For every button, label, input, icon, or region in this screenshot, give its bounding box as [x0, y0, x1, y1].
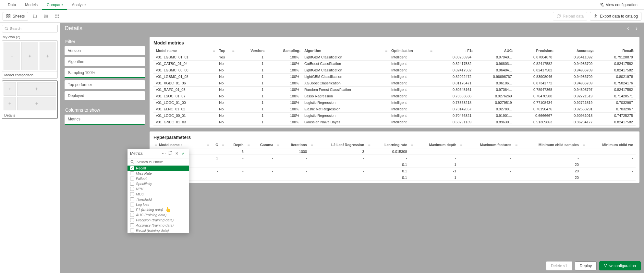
metrics-list-item[interactable]: Recall (training data)	[128, 228, 189, 233]
next-arrow[interactable]: ›	[634, 25, 639, 32]
table-row[interactable]: v01_LSOC_01_07No1100%Lasso RegressionInt…	[153, 93, 636, 99]
filter-item[interactable]: Top performer	[65, 80, 145, 89]
column-menu-icon[interactable]: ≡	[411, 143, 413, 147]
column-header[interactable]: Top≡	[216, 47, 236, 54]
column-menu-icon[interactable]: ≡	[207, 143, 209, 147]
metrics-list-item[interactable]: Precision (training data)	[128, 217, 189, 223]
column-header[interactable]: Precision≡	[515, 47, 555, 54]
column-header[interactable]: ≡ Depth	[221, 142, 246, 148]
column-header[interactable]: Algorithm≡	[302, 47, 389, 54]
table-row[interactable]: v01_GNBC_01_03No1100%Gaussian Naive Baye…	[153, 119, 636, 125]
metrics-list-item[interactable]: Accuracy (training data)	[128, 223, 189, 228]
sheet-thumb-details[interactable]: ＋ ✦ ＋ ✦ Details	[2, 81, 58, 119]
export-data-button[interactable]: Export data to catalog	[590, 12, 641, 20]
metrics-list-item[interactable]: Log loss	[128, 202, 189, 207]
table-row[interactable]: v01_LOGC_00_01No1100%Logistic Regression…	[153, 112, 636, 119]
tab-data[interactable]: Data	[3, 0, 20, 10]
metrics-list-item[interactable]: F1 (training data)	[128, 207, 189, 212]
column-menu-icon[interactable]: ≡	[583, 143, 585, 147]
column-header[interactable]: ≡ Maximum features	[459, 142, 514, 148]
column-header[interactable]: Sampling≡	[266, 47, 302, 54]
column-header[interactable]: ≡ Learning rate	[367, 142, 410, 148]
column-menu-icon[interactable]: ≡	[632, 48, 634, 53]
tab-compare[interactable]: Compare	[42, 0, 67, 10]
toolbar-icon-2[interactable]	[42, 12, 50, 20]
table-row[interactable]: v01_LGBMC_01_08No1100%LightGBM Classific…	[153, 73, 636, 80]
table-row[interactable]: v01_RAFC_01_05No1100%Random Forest Class…	[153, 86, 636, 93]
column-menu-icon[interactable]: ≡	[515, 143, 517, 147]
filter-item[interactable]: Version	[65, 46, 145, 55]
column-header[interactable]: ≡ Gamma	[246, 142, 276, 148]
table-row[interactable]: v01_ELNC_01_021---------	[153, 155, 636, 161]
table-row[interactable]: v01_XGBC_01_06No1100%XGBoost Classificat…	[153, 80, 636, 86]
column-menu-icon[interactable]: ≡	[262, 48, 265, 53]
metrics-list-item[interactable]: Specificity	[128, 181, 189, 186]
search-input[interactable]	[10, 27, 55, 31]
column-header[interactable]: ≡ Maximum depth	[410, 142, 459, 148]
column-menu-icon[interactable]: ≡	[430, 48, 432, 53]
prev-arrow[interactable]: ‹	[625, 25, 631, 32]
metrics-list-item[interactable]: NPV	[128, 186, 189, 192]
column-header[interactable]: ≡ Iterations	[276, 142, 310, 148]
table-row[interactable]: v01_CATBC_01_04No1100%CatBoost Classific…	[153, 60, 636, 67]
columns-metrics-item[interactable]: Metrics	[65, 115, 145, 125]
column-header[interactable]: Version≡	[236, 47, 266, 54]
close-icon[interactable]: ✕	[174, 151, 180, 156]
toolbar-icon-3[interactable]	[53, 12, 61, 20]
metrics-list-item[interactable]: Fallout	[128, 176, 189, 181]
toolbar-icon-1[interactable]	[31, 12, 39, 20]
table-row[interactable]: v01_LGBMC_01_01Yes1100%LightGBM Classifi…	[153, 54, 636, 60]
sheets-button[interactable]: Sheets	[3, 12, 28, 20]
column-menu-icon[interactable]: ≡	[311, 143, 313, 147]
confirm-icon[interactable]: ✓	[180, 151, 187, 156]
column-header[interactable]: Recall≡	[595, 47, 636, 54]
view-configuration-link[interactable]: View configuration	[596, 0, 641, 10]
table-row[interactable]: v01_CATBC_01_04-6-100030.015308----	[153, 148, 636, 155]
reload-data-button[interactable]: Reload data	[553, 12, 588, 20]
sheet-thumb-model-comparison[interactable]: ＋ ✦ ✦ Model comparison	[2, 40, 58, 79]
deploy-button[interactable]: Deploy	[575, 261, 597, 270]
column-header[interactable]: ≡ L2 Leaf Regression	[310, 142, 367, 148]
column-menu-icon[interactable]: ≡	[248, 143, 250, 147]
column-header[interactable]: Model name≡	[153, 47, 216, 54]
metrics-search-input[interactable]	[137, 160, 187, 164]
column-menu-icon[interactable]: ≡	[222, 143, 224, 147]
column-menu-icon[interactable]: ≡	[470, 48, 473, 53]
metrics-list-item[interactable]: Miss Rate	[128, 171, 189, 176]
delete-button[interactable]: Delete v1	[546, 261, 572, 270]
column-menu-icon[interactable]: ≡	[277, 143, 279, 147]
column-menu-icon[interactable]: ≡	[213, 48, 215, 53]
column-menu-icon[interactable]: ≡	[591, 48, 594, 53]
table-row[interactable]: v01_LOGC_01_00No1100%Logistic Regression…	[153, 99, 636, 106]
tab-analyze[interactable]: Analyze	[67, 0, 90, 10]
column-menu-icon[interactable]: ≡	[511, 48, 513, 53]
column-header[interactable]: ≡ Minimum child samples	[514, 142, 581, 148]
more-icon[interactable]: ⋯	[161, 151, 167, 156]
filter-item[interactable]: Deployed	[65, 91, 145, 100]
column-header[interactable]: ≡ Minimum child we	[581, 142, 636, 148]
metrics-list-item[interactable]: Threshold	[128, 197, 189, 202]
table-row[interactable]: v01_LGBMC_01_01-----0.1-1-20-	[153, 168, 636, 174]
column-menu-icon[interactable]: ≡	[368, 143, 371, 147]
tab-models[interactable]: Models	[20, 0, 42, 10]
column-header[interactable]: ↓F1≡	[434, 47, 474, 54]
table-row[interactable]: v01_LGBMC_00_00-----0.1-1-20-	[153, 161, 636, 168]
view-configuration-button[interactable]: View configuration	[599, 261, 641, 270]
filter-item[interactable]: Algorithm	[65, 57, 145, 66]
metrics-list-item[interactable]: ✓Recall	[128, 166, 189, 171]
table-row[interactable]: v01_LGBMC_00_00No1100%LightGBM Classific…	[153, 67, 636, 73]
column-menu-icon[interactable]: ≡	[298, 48, 300, 53]
column-menu-icon[interactable]: ≡	[460, 143, 462, 147]
column-menu-icon[interactable]: ≡	[232, 48, 235, 53]
column-header[interactable]: ≡ Model name ↑	[153, 142, 206, 148]
metrics-list-item[interactable]: MCC	[128, 192, 189, 197]
column-header[interactable]: AUC≡	[474, 47, 514, 54]
column-header[interactable]: Accuracy≡	[555, 47, 595, 54]
column-header[interactable]: Optimization≡	[389, 47, 434, 54]
metrics-list[interactable]: ✓RecallMiss RateFalloutSpecificityNPVMCC…	[128, 166, 189, 233]
column-menu-icon[interactable]: ≡	[155, 143, 157, 147]
table-row[interactable]: v01_ELNC_01_02No1100%Elastic Net Regress…	[153, 106, 636, 112]
filter-item[interactable]: Sampling 100%	[65, 68, 145, 78]
column-menu-icon[interactable]: ≡	[551, 48, 553, 53]
select-tool-icon[interactable]	[167, 151, 174, 156]
